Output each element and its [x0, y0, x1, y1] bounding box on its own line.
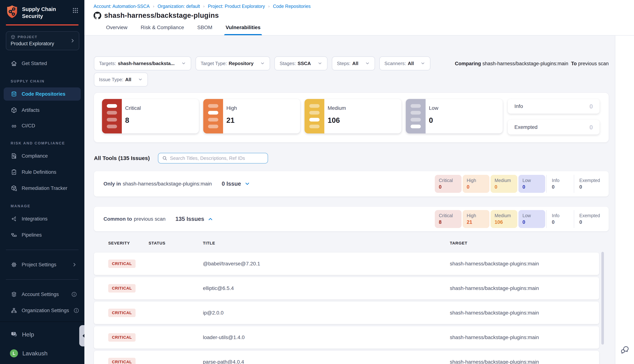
breadcrumb-organization[interactable]: Organization: default [158, 4, 200, 9]
table-row[interactable]: CRITICAL elliptic@6.5.4 shash-harness/ba… [94, 277, 599, 300]
search-input[interactable] [170, 156, 264, 161]
org-hierarchy-icon [11, 307, 17, 314]
chevron-separator-icon: › [203, 4, 205, 9]
table-header: SEVERITY STATUS TITLE TARGET [94, 241, 609, 246]
chip-low: Low0 [518, 175, 545, 193]
info-count: 0 [589, 103, 593, 110]
issue-rows: CRITICAL @babel/traverse@7.20.1 shash-ha… [94, 252, 609, 364]
filter-scanners[interactable]: Scanners:All [379, 56, 430, 70]
tab-sbom[interactable]: SBOM [197, 24, 212, 35]
filter-target-type[interactable]: Target Type:Repository [196, 56, 270, 70]
info-card: Info 0 [508, 99, 599, 114]
issue-target: shash-harness/backstage-plugins:main [450, 334, 599, 340]
breadcrumb-code-repositories[interactable]: Code Repositories [273, 4, 311, 9]
issue-title: loader-utils@1.4.0 [203, 334, 450, 340]
breadcrumb: Account: Automation-SSCA › Organization:… [94, 4, 634, 9]
layers-icon [11, 291, 17, 298]
column-target: TARGET [450, 241, 609, 246]
collapse-chevron-up-icon[interactable] [207, 216, 213, 222]
sidebar-item-integrations[interactable]: Integrations [4, 212, 81, 226]
sidebar-item-account-settings[interactable]: Account Settings [4, 288, 81, 301]
tab-bar: Overview Risk & Compliance SBOM Vulnerab… [106, 24, 634, 35]
only-in-issue-count: 0 Issue [222, 180, 241, 187]
issue-target: shash-harness/backstage-plugins:main [450, 261, 599, 267]
chevron-down-icon [181, 61, 186, 66]
pipeline-icon [11, 232, 17, 238]
sidebar-item-cicd[interactable]: ∞ CI/CD [4, 120, 81, 132]
table-row[interactable]: CRITICAL parse-path@4.0.4 shash-harness/… [94, 351, 599, 364]
chat-bubbles-icon[interactable] [620, 345, 629, 354]
sidebar-collapse-handle[interactable] [79, 325, 84, 346]
filter-stages[interactable]: Stages:SSCA [274, 56, 327, 70]
tab-overview[interactable]: Overview [106, 24, 128, 35]
filter-steps[interactable]: Steps:All [332, 56, 375, 70]
sidebar-item-get-started[interactable]: Get Started [4, 57, 81, 70]
issue-title: @babel/traverse@7.20.1 [203, 261, 450, 267]
comparing-status: Comparing shash-harness/backstage-plugin… [455, 61, 609, 66]
project-label: PROJECT [18, 35, 38, 39]
exempted-card: Exempted 0 [508, 120, 599, 134]
severity-badge: CRITICAL [108, 260, 136, 268]
sidebar-item-pipelines[interactable]: Pipelines [4, 228, 81, 242]
all-tools-heading: All Tools (135 Issues) [94, 155, 150, 161]
app-window: Supply Chain Security PROJECT Product Ex… [0, 0, 634, 364]
box-wrench-icon [11, 185, 17, 192]
issue-title: elliptic@6.5.4 [203, 285, 450, 291]
project-selector[interactable]: PROJECT Product Exploratory [6, 31, 79, 50]
low-count: 0 [429, 116, 438, 124]
info-circle-icon [71, 292, 77, 297]
tab-risk-compliance[interactable]: Risk & Compliance [141, 24, 184, 35]
chip-medium: Medium106 [491, 210, 517, 228]
chip-critical: Critical8 [435, 210, 462, 228]
avatar: L [10, 349, 18, 358]
sidebar: Supply Chain Security PROJECT Product Ex… [0, 0, 84, 364]
chip-exempted: Exempted0 [574, 175, 609, 193]
chevron-right-icon [70, 38, 75, 43]
sidebar-item-artifacts[interactable]: Artifacts [4, 104, 81, 117]
chevron-down-icon [318, 61, 322, 66]
table-row[interactable]: CRITICAL @babel/traverse@7.20.1 shash-ha… [94, 252, 599, 275]
chevron-separator-icon: › [268, 4, 269, 9]
filter-targets[interactable]: Targets:shash-harness/backsta... [94, 56, 191, 70]
issue-title: ip@2.0.0 [203, 310, 450, 316]
sidebar-item-compliance[interactable]: Compliance [4, 150, 81, 162]
breadcrumb-project[interactable]: Project: Product Exploratory [208, 4, 265, 9]
table-row[interactable]: CRITICAL loader-utils@1.4.0 shash-harnes… [94, 326, 599, 348]
sidebar-nav: Get Started SUPPLY CHAIN Code Repositori… [0, 50, 84, 322]
sidebar-item-remediation-tracker[interactable]: Remediation Tracker [4, 182, 81, 195]
only-in-severity-chips: Critical0 High0 Medium0 Low0 Info0 Exemp… [435, 175, 609, 193]
sidebar-footer: Help L Lavakush [0, 322, 84, 364]
chevron-down-icon [138, 77, 143, 82]
sidebar-item-code-repositories[interactable]: Code Repositories [4, 88, 81, 100]
chip-info: Info0 [546, 175, 573, 193]
sidebar-item-help[interactable]: Help [4, 328, 81, 341]
filter-issue-type[interactable]: Issue Type:All [94, 72, 148, 86]
chevron-down-icon [365, 61, 370, 66]
table-scrollbar[interactable] [601, 252, 604, 344]
module-switcher-icon[interactable] [72, 7, 79, 14]
group-common: Common to previous scan 135 Issues Criti… [94, 207, 609, 231]
app-title: Supply Chain Security [22, 6, 72, 20]
sidebar-item-rule-definitions[interactable]: Rule Definitions [4, 166, 81, 179]
breadcrumb-account[interactable]: Account: Automation-SSCA [94, 4, 150, 9]
issue-target: shash-harness/backstage-plugins:main [450, 359, 599, 364]
artifact-cube-icon [11, 107, 17, 114]
tab-vulnerabilities[interactable]: Vulnerabilities [226, 24, 260, 35]
critical-count: 8 [125, 116, 141, 124]
chevron-separator-icon: › [153, 4, 154, 9]
sidebar-section-manage: MANAGE [11, 204, 84, 208]
sidebar-item-project-settings[interactable]: Project Settings [4, 258, 81, 271]
main-area: Account: Automation-SSCA › Organization:… [84, 0, 634, 364]
common-issue-count: 135 Issues [175, 216, 204, 222]
chip-high: High21 [463, 210, 489, 228]
user-name: Lavakush [22, 350, 48, 357]
chip-medium: Medium0 [491, 175, 517, 193]
table-row[interactable]: CRITICAL ip@2.0.0 shash-harness/backstag… [94, 302, 599, 324]
severity-badge: CRITICAL [108, 284, 136, 292]
project-cube-icon [11, 35, 16, 40]
search-icon [162, 156, 167, 161]
expand-chevron-down-icon[interactable] [244, 181, 250, 187]
sidebar-item-organization-settings[interactable]: Organization Settings [4, 304, 81, 317]
issue-target: shash-harness/backstage-plugins:main [450, 285, 599, 291]
user-menu[interactable]: L Lavakush [4, 349, 81, 358]
